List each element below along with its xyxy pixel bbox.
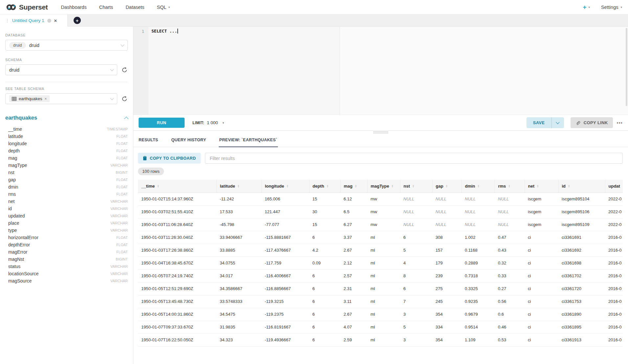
table-cell: 6	[400, 231, 432, 244]
sort-icon[interactable]: ▲▼	[446, 184, 448, 188]
drag-handle-icon[interactable]: ⋮	[5, 18, 9, 23]
table-cell: -116.4006667	[261, 269, 309, 282]
new-query-tab-button[interactable]: +	[74, 17, 81, 24]
tab-query-history[interactable]: QUERY HISTORY	[171, 134, 207, 147]
nav-item-datasets[interactable]: Datasets	[125, 5, 144, 10]
column-type: VARCHAR	[110, 163, 128, 167]
query-tab-active[interactable]: ⋮ Untitled Query 1 ×	[0, 14, 68, 27]
table-cell: 0.9514	[461, 321, 495, 333]
column-header-cell[interactable]: latitude▲▼	[216, 180, 261, 193]
more-actions-button[interactable]: •••	[617, 120, 623, 125]
table-cell: 2022-0	[605, 193, 623, 205]
table-cell: ci3361890	[558, 308, 605, 321]
table-cell: ci3361720	[558, 282, 605, 295]
pane-resize-handle[interactable]	[133, 131, 628, 134]
print-margin	[340, 27, 628, 115]
table-cell: 6.27	[340, 218, 367, 231]
column-header-cell[interactable]: updat▲▼	[605, 180, 623, 193]
table-cell: 6	[400, 282, 432, 295]
copy-link-button[interactable]: COPY LINK	[571, 117, 613, 128]
run-button[interactable]: RUN	[139, 118, 185, 128]
sort-icon[interactable]: ▲▼	[355, 184, 357, 188]
table-cell: -119.3215	[261, 295, 309, 308]
sort-icon[interactable]: ▲▼	[508, 184, 510, 188]
brand-text: Superset	[19, 3, 48, 11]
column-header-label: __time	[141, 184, 155, 189]
database-select[interactable]: druid druid	[5, 40, 128, 51]
column-header-cell[interactable]: mag▲▼	[340, 180, 367, 193]
column-type: BIGINT	[116, 257, 128, 261]
clipboard-icon	[143, 156, 147, 161]
column-type: FLOAT	[116, 142, 128, 146]
sort-icon[interactable]: ▲▼	[537, 184, 539, 188]
column-type: VARCHAR	[110, 207, 128, 211]
column-name: depthError	[8, 242, 30, 247]
editor-scrollbar[interactable]	[626, 28, 627, 106]
remove-table-icon[interactable]: ×	[45, 97, 47, 101]
sort-icon[interactable]: ▲▼	[478, 184, 480, 188]
nav-item-sql[interactable]: SQL ▾	[157, 5, 170, 10]
close-tab-icon[interactable]: ×	[54, 18, 57, 23]
save-options-button[interactable]	[551, 117, 564, 128]
table-cell: NULL	[495, 193, 525, 205]
table-cell: NULL	[461, 218, 495, 231]
column-header-cell[interactable]: id▲▼	[558, 180, 605, 193]
column-header-cell[interactable]: depth▲▼	[309, 180, 340, 193]
column-header-cell[interactable]: magType▲▼	[367, 180, 400, 193]
schema-column-row: magErrorFLOAT	[5, 248, 128, 256]
table-cell: 33.5748333	[216, 295, 261, 308]
schema-column-row: dminFLOAT	[5, 183, 128, 191]
nav-item-dashboards[interactable]: Dashboards	[61, 5, 86, 10]
table-cell: 31.9835	[216, 321, 261, 333]
sort-icon[interactable]: ▲▼	[157, 184, 159, 188]
sort-icon[interactable]: ▲▼	[392, 184, 393, 188]
filter-results-input[interactable]	[205, 153, 623, 164]
table-cell: ml	[367, 282, 400, 295]
column-name: net	[8, 199, 14, 204]
schema-column-row: updatedVARCHAR	[5, 212, 128, 219]
table-schema-select[interactable]: earthquakes ×	[5, 93, 117, 104]
table-cell: 2022-0	[605, 218, 623, 231]
table-cell: 8	[400, 269, 432, 282]
table-cell: 6.12	[340, 193, 367, 205]
table-cell: 165.006	[261, 193, 309, 205]
editor-code[interactable]: SELECT ...	[148, 27, 178, 115]
refresh-schema-icon[interactable]	[121, 67, 128, 73]
tab-preview-earthquakes[interactable]: PREVIEW: `EARTHQUAKES`	[219, 134, 278, 147]
table-cell: ci3361698	[558, 257, 605, 269]
sort-icon[interactable]: ▲▼	[622, 184, 623, 188]
column-header-cell[interactable]: longitude▲▼	[261, 180, 309, 193]
nav-item-charts[interactable]: Charts	[99, 5, 113, 10]
table-cell: 2.59	[340, 333, 367, 346]
sort-icon[interactable]: ▲▼	[286, 184, 288, 188]
sort-icon[interactable]: ▲▼	[326, 184, 328, 188]
column-header-cell[interactable]: net▲▼	[525, 180, 558, 193]
tab-results[interactable]: RESULTS	[138, 134, 159, 147]
superset-brand[interactable]: Superset	[6, 3, 48, 11]
copy-to-clipboard-button[interactable]: COPY TO CLIPBOARD	[138, 153, 201, 164]
caret-down-icon: ▾	[223, 121, 224, 125]
column-header-cell[interactable]: nst▲▼	[400, 180, 432, 193]
sort-icon[interactable]: ▲▼	[568, 184, 570, 188]
chevron-up-icon[interactable]	[124, 117, 128, 121]
table-cell: 0.43	[495, 244, 525, 257]
sort-icon[interactable]: ▲▼	[412, 184, 414, 188]
column-header-cell[interactable]: dmin▲▼	[461, 180, 495, 193]
column-header-cell[interactable]: __time▲▼	[138, 180, 216, 193]
column-header-label: net	[528, 184, 535, 189]
new-item-button[interactable]: + ▾	[583, 4, 590, 10]
schema-select[interactable]: druid	[5, 64, 117, 75]
save-button[interactable]: SAVE	[527, 117, 551, 128]
sql-editor[interactable]: 1 SELECT ...	[133, 27, 628, 115]
sql-toolbar: RUN LIMIT: 1 000 ▾ SAVE	[133, 115, 628, 131]
table-cell: 2022-0	[605, 205, 623, 218]
settings-menu[interactable]: Settings ▾	[601, 5, 622, 10]
table-cell: -116.8856667	[261, 282, 309, 295]
column-header-cell[interactable]: gap▲▼	[432, 180, 461, 193]
limit-dropdown[interactable]: LIMIT: 1 000 ▾	[192, 120, 224, 125]
sort-icon[interactable]: ▲▼	[237, 184, 239, 188]
query-tab-title: Untitled Query 1	[12, 18, 44, 23]
table-cell: ci3361691	[558, 231, 605, 244]
refresh-tables-icon[interactable]	[121, 96, 128, 102]
column-header-cell[interactable]: rms▲▼	[495, 180, 525, 193]
